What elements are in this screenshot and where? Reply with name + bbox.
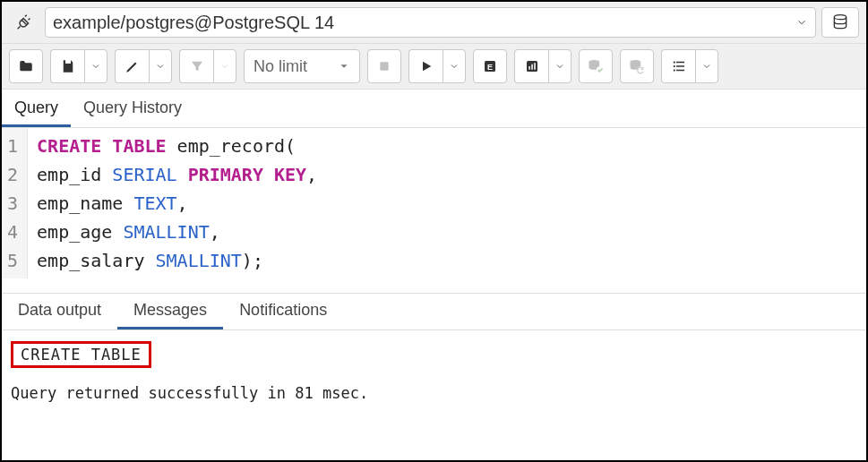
keyword: PRIMARY KEY bbox=[188, 164, 306, 185]
chevron-down-icon bbox=[90, 61, 101, 72]
rollback-button[interactable] bbox=[620, 49, 654, 83]
db-commit-icon bbox=[587, 57, 605, 75]
filter-button[interactable] bbox=[179, 49, 213, 83]
line-number: 2 bbox=[7, 160, 18, 189]
identifier: emp_salary bbox=[37, 250, 144, 271]
svg-rect-5 bbox=[529, 66, 530, 70]
message-command: CREATE TABLE bbox=[11, 341, 151, 368]
keyword: CREATE bbox=[37, 135, 101, 157]
svg-rect-6 bbox=[531, 64, 533, 70]
filter-group bbox=[179, 49, 236, 83]
explain-icon: E bbox=[482, 58, 498, 74]
macros-group bbox=[661, 49, 718, 83]
toolbar: No limit E bbox=[2, 44, 866, 90]
svg-point-16 bbox=[673, 69, 675, 71]
punct: , bbox=[210, 221, 220, 243]
plug-icon bbox=[14, 13, 34, 32]
save-button[interactable] bbox=[50, 49, 84, 83]
code-line: emp_age SMALLINT, bbox=[37, 218, 317, 246]
messages-panel: CREATE TABLE Query returned successfully… bbox=[2, 330, 866, 413]
open-file-button[interactable] bbox=[9, 49, 43, 83]
svg-point-12 bbox=[673, 61, 675, 63]
code-line: emp_id SERIAL PRIMARY KEY, bbox=[37, 160, 317, 189]
app-frame: example/postgres@PostgreSQL 14 bbox=[0, 0, 868, 462]
identifier: emp_record( bbox=[177, 135, 296, 157]
punct: , bbox=[306, 164, 317, 185]
punct: ); bbox=[242, 250, 263, 271]
row-limit-label: No limit bbox=[254, 57, 307, 76]
type-keyword: SMALLINT bbox=[123, 221, 209, 243]
chevron-down-icon bbox=[219, 61, 230, 72]
line-gutter: 1 2 3 4 5 bbox=[2, 128, 28, 278]
edit-group bbox=[115, 49, 172, 83]
sql-editor[interactable]: 1 2 3 4 5 CREATE TABLE emp_record( emp_i… bbox=[2, 128, 866, 278]
caret-down-icon bbox=[338, 60, 350, 73]
message-status: Query returned successfully in 81 msec. bbox=[11, 384, 857, 402]
svg-rect-13 bbox=[676, 62, 684, 64]
chart-icon bbox=[524, 58, 540, 74]
code-line: emp_name TEXT, bbox=[37, 189, 317, 218]
stop-button[interactable] bbox=[367, 49, 401, 83]
analyze-group bbox=[514, 49, 572, 83]
tab-messages[interactable]: Messages bbox=[117, 294, 223, 329]
folder-icon bbox=[17, 58, 35, 74]
filter-dropdown[interactable] bbox=[213, 49, 236, 83]
tab-data-output[interactable]: Data output bbox=[2, 294, 117, 329]
line-number: 3 bbox=[7, 189, 18, 218]
filter-icon bbox=[189, 58, 205, 74]
svg-rect-1 bbox=[380, 62, 388, 70]
chevron-down-icon bbox=[701, 61, 712, 72]
stop-icon bbox=[377, 59, 391, 73]
save-dropdown[interactable] bbox=[84, 49, 107, 83]
code-line: CREATE TABLE emp_record( bbox=[37, 132, 317, 160]
save-group bbox=[50, 49, 107, 83]
tab-notifications[interactable]: Notifications bbox=[223, 294, 343, 329]
chevron-down-icon bbox=[155, 61, 166, 72]
svg-text:E: E bbox=[487, 63, 493, 72]
pencil-icon bbox=[125, 58, 141, 74]
editor-tabs: Query Query History bbox=[2, 90, 866, 128]
commit-button[interactable] bbox=[579, 49, 613, 83]
macros-dropdown[interactable] bbox=[695, 49, 718, 83]
run-group bbox=[408, 49, 466, 83]
chevron-down-icon bbox=[449, 61, 460, 72]
edit-dropdown[interactable] bbox=[149, 49, 172, 83]
connection-label: example/postgres@PostgreSQL 14 bbox=[53, 13, 334, 33]
plug-icon-button[interactable] bbox=[9, 7, 39, 38]
database-icon bbox=[831, 13, 849, 31]
db-rollback-icon bbox=[628, 57, 646, 75]
connection-bar: example/postgres@PostgreSQL 14 bbox=[2, 2, 866, 44]
macros-button[interactable] bbox=[661, 49, 695, 83]
code-area[interactable]: CREATE TABLE emp_record( emp_id SERIAL P… bbox=[28, 128, 326, 278]
run-button[interactable] bbox=[408, 49, 443, 83]
edit-button[interactable] bbox=[115, 49, 149, 83]
explain-button[interactable]: E bbox=[473, 49, 507, 83]
identifier: emp_name bbox=[37, 192, 123, 214]
code-line: emp_salary SMALLINT); bbox=[37, 246, 317, 275]
type-keyword: SERIAL bbox=[112, 164, 176, 185]
row-limit-select[interactable]: No limit bbox=[244, 49, 360, 83]
chevron-down-icon bbox=[554, 61, 565, 72]
punct: , bbox=[177, 192, 188, 214]
run-dropdown[interactable] bbox=[443, 49, 466, 83]
analyze-dropdown[interactable] bbox=[548, 49, 572, 83]
tab-query[interactable]: Query bbox=[2, 90, 71, 127]
type-keyword: SMALLINT bbox=[156, 250, 242, 271]
line-number: 5 bbox=[7, 246, 18, 275]
line-number: 4 bbox=[7, 218, 18, 246]
chevron-down-icon bbox=[795, 16, 808, 29]
svg-point-0 bbox=[834, 15, 846, 20]
output-tabs: Data output Messages Notifications bbox=[2, 293, 866, 330]
svg-rect-17 bbox=[676, 70, 684, 72]
database-button[interactable] bbox=[821, 7, 859, 38]
save-icon bbox=[60, 58, 76, 74]
tab-query-history[interactable]: Query History bbox=[71, 90, 194, 127]
connection-select[interactable]: example/postgres@PostgreSQL 14 bbox=[45, 7, 816, 38]
identifier: emp_age bbox=[37, 221, 112, 243]
type-keyword: TEXT bbox=[133, 192, 176, 214]
svg-rect-7 bbox=[534, 63, 536, 70]
svg-rect-15 bbox=[676, 65, 684, 67]
line-number: 1 bbox=[7, 132, 18, 160]
analyze-button[interactable] bbox=[514, 49, 548, 83]
play-icon bbox=[419, 59, 434, 73]
